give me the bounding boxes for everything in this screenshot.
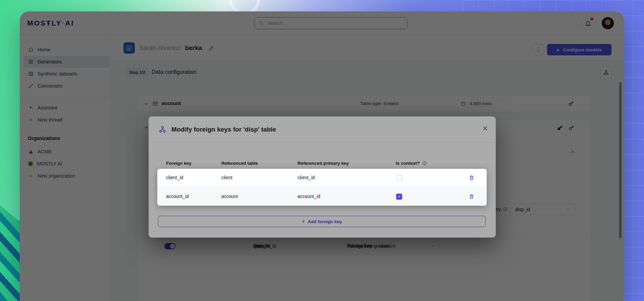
referenced-table-value: client xyxy=(221,175,232,180)
info-icon[interactable] xyxy=(422,161,427,166)
column-header-referenced-primary-key: Referenced primary key xyxy=(298,161,349,166)
column-header-referenced-table: Referenced table xyxy=(221,161,258,166)
referenced-table-value: account xyxy=(221,194,238,199)
foreign-key-value: account_id xyxy=(166,194,189,199)
header-label: Foreign key xyxy=(166,161,192,166)
foreign-key-row-client: client_id client client_id xyxy=(157,169,487,187)
header-label: Referenced table xyxy=(221,161,258,166)
header-label: Is context? xyxy=(396,161,420,166)
column-header-is-context: Is context? xyxy=(396,161,427,166)
referenced-primary-key-value: account_id xyxy=(298,194,320,199)
foreign-key-value: client_id xyxy=(166,175,183,180)
column-header-foreign-key: Foreign key xyxy=(166,161,192,166)
foreign-keys-graph-icon xyxy=(159,126,166,133)
is-context-checkbox-checked[interactable]: ✓ xyxy=(396,194,402,200)
add-foreign-key-label: Add foreign key xyxy=(308,219,342,224)
close-icon[interactable]: × xyxy=(483,124,488,133)
referenced-primary-key-value: client_id xyxy=(298,175,315,180)
add-foreign-key-button[interactable]: + Add foreign key xyxy=(158,216,486,227)
modify-foreign-keys-modal: Modify foreign keys for 'disp' table × F… xyxy=(149,116,496,238)
foreign-key-rows-spotlight: client_id client client_id account_id ac… xyxy=(157,169,487,206)
delete-foreign-key-icon[interactable] xyxy=(469,193,475,200)
foreign-key-row-account: account_id account account_id ✓ xyxy=(157,187,487,206)
modal-title: Modify foreign keys for 'disp' table xyxy=(171,126,276,133)
header-label: Referenced primary key xyxy=(298,161,349,166)
app-window: MOSŦLY • AI Home Generators Synthetic da… xyxy=(20,11,624,301)
delete-foreign-key-icon[interactable] xyxy=(469,174,475,181)
is-context-checkbox-unchecked[interactable] xyxy=(396,175,402,181)
modal-header: Modify foreign keys for 'disp' table xyxy=(149,116,496,143)
checkmark-icon: ✓ xyxy=(397,194,401,199)
plus-icon: + xyxy=(302,218,305,224)
